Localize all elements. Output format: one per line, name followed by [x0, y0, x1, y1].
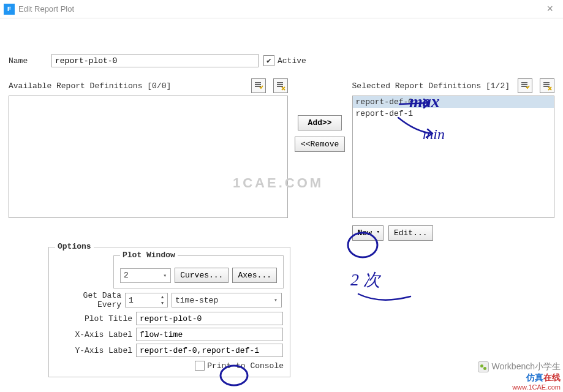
name-label: Name — [9, 56, 51, 66]
xaxis-label: X-Axis Label — [55, 330, 132, 339]
selected-label: Selected Report Definitions [1/2] — [352, 81, 510, 91]
options-legend: Options — [55, 242, 94, 251]
available-listbox[interactable] — [9, 96, 288, 218]
plot-window-legend: Plot Window — [120, 251, 178, 260]
get-data-unit-select[interactable]: time-step — [172, 293, 282, 307]
axes-button[interactable]: Axes... — [232, 268, 277, 283]
curves-button[interactable]: Curves... — [175, 268, 229, 283]
active-checkbox[interactable]: ✔ — [263, 55, 274, 66]
xaxis-input[interactable] — [136, 328, 283, 341]
yaxis-input[interactable] — [136, 344, 283, 357]
deselect-all-available-button[interactable] — [273, 78, 288, 93]
active-label: Active — [278, 56, 306, 66]
get-data-spinner[interactable]: 1 ▲▼ — [125, 293, 168, 307]
deselect-all-selected-button[interactable] — [540, 78, 554, 93]
options-group: Options Plot Window 2 Curves... Axes... … — [48, 247, 290, 377]
close-button[interactable]: × — [540, 2, 559, 15]
remove-button[interactable]: <<Remove — [295, 137, 345, 152]
print-to-console-label: Print to Console — [207, 361, 284, 371]
new-button[interactable]: New▾ — [352, 225, 384, 241]
select-all-selected-button[interactable] — [518, 78, 532, 93]
name-input[interactable] — [51, 54, 259, 67]
list-item[interactable]: report-def-1 — [353, 108, 554, 119]
get-data-label: Get Data Every — [55, 291, 121, 309]
plot-window-group: Plot Window 2 Curves... Axes... — [113, 255, 284, 288]
print-to-console-checkbox[interactable] — [195, 361, 205, 371]
selected-listbox[interactable]: report-def-0 report-def-1 — [352, 96, 554, 218]
window-title: Edit Report Plot — [18, 4, 74, 13]
title-bar: F Edit Report Plot × — [0, 0, 563, 18]
list-item[interactable]: report-def-0 — [353, 96, 554, 108]
yaxis-label: Y-Axis Label — [55, 346, 132, 355]
app-icon: F — [4, 4, 15, 15]
add-button[interactable]: Add>> — [298, 115, 342, 130]
plot-title-label: Plot Title — [55, 314, 132, 323]
plot-window-select[interactable]: 2 — [120, 268, 171, 283]
available-label: Available Report Definitions [0/0] — [9, 81, 171, 91]
select-all-available-button[interactable] — [251, 78, 266, 93]
plot-title-input[interactable] — [136, 312, 283, 325]
edit-button[interactable]: Edit... — [388, 225, 433, 241]
